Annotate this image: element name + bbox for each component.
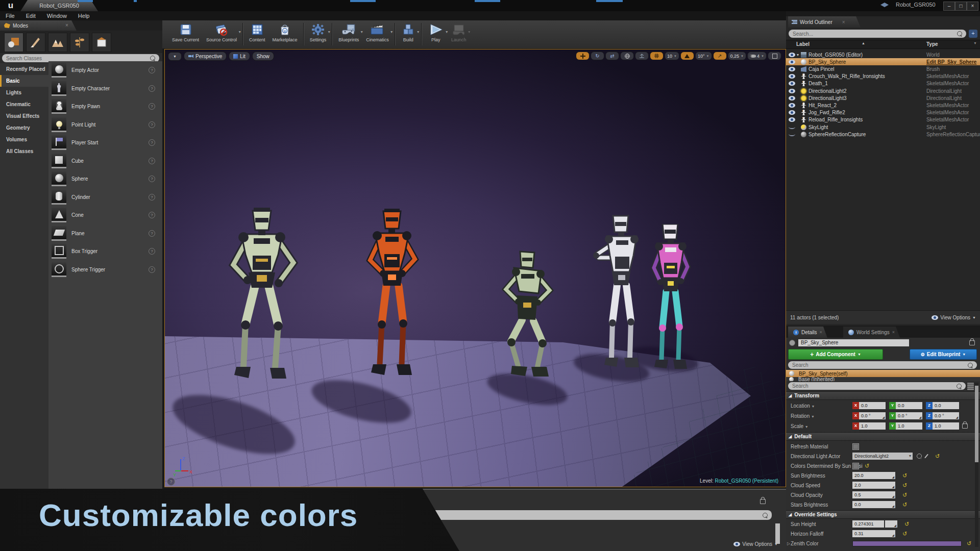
- help-icon[interactable]: ?: [149, 212, 155, 218]
- rotation-y-field[interactable]: 0.0 °◢: [896, 412, 922, 419]
- component-row-selected[interactable]: BP_Sky_Sphere(self): [786, 370, 980, 377]
- mode-geometry-button[interactable]: [92, 33, 111, 52]
- lock-icon[interactable]: [969, 340, 975, 345]
- grid-snap-value[interactable]: 10▼: [665, 52, 679, 60]
- browse-icon[interactable]: [917, 454, 922, 459]
- edit-blueprint-button[interactable]: ⚙Edit Blueprint▼: [910, 349, 977, 360]
- zenith-color-swatch[interactable]: [852, 541, 962, 546]
- robot-actor-orange[interactable]: [354, 205, 430, 391]
- marketplace-button[interactable]: u Marketplace: [269, 22, 301, 43]
- viewport[interactable]: ▼ Perspective Lit Show ↻ ⇄ 10▼ 10°▼ ↗ 0,…: [164, 49, 786, 487]
- eyedropper-icon[interactable]: [924, 454, 928, 459]
- grid-snap-toggle[interactable]: [650, 52, 664, 60]
- scale-x-field[interactable]: 1.0: [859, 422, 886, 430]
- cinematics-button[interactable]: ▼ Cinematics: [362, 22, 393, 43]
- list-item[interactable]: Cylinder?: [48, 188, 162, 207]
- category-visual-effects[interactable]: Visual Effects: [0, 110, 48, 122]
- outliner-search-input[interactable]: Search...: [789, 30, 966, 38]
- scale-snap-value[interactable]: 0,25▼: [728, 52, 746, 60]
- maximize-viewport-button[interactable]: [768, 52, 781, 60]
- details-scrollbar[interactable]: [975, 383, 978, 547]
- outliner-view-options[interactable]: View Options▼: [932, 315, 976, 320]
- move-tool-button[interactable]: [576, 52, 590, 60]
- eye-icon[interactable]: [789, 96, 795, 101]
- help-icon[interactable]: ?: [149, 85, 155, 92]
- property-matrix-button[interactable]: [967, 382, 974, 391]
- play-button[interactable]: ▼ Play: [424, 22, 448, 43]
- outliner-row[interactable]: Crouch_Walk_Rt_Rifle_IronsightsSkeletalM…: [786, 73, 980, 80]
- stars-brightness-field[interactable]: 0.0◢: [852, 501, 895, 508]
- scrollbar-thumb[interactable]: [975, 386, 978, 462]
- mode-paint-button[interactable]: [26, 33, 45, 52]
- category-recently-placed[interactable]: Recently Placed: [0, 63, 48, 75]
- eye-icon[interactable]: [789, 81, 795, 86]
- level-indicator[interactable]: Level: Robot_GSR050 (Persistent): [700, 478, 778, 484]
- cloud-speed-field[interactable]: 2.0◢: [852, 482, 895, 489]
- eye-icon[interactable]: [789, 74, 795, 79]
- lock-icon[interactable]: [760, 499, 766, 504]
- chevron-down-icon[interactable]: ▼: [973, 41, 977, 45]
- category-all-classes[interactable]: All Classes: [0, 145, 48, 157]
- outliner-row[interactable]: SkyLightSkyLight: [786, 123, 980, 131]
- eye-icon[interactable]: [789, 117, 795, 122]
- outliner-column-header[interactable]: Label ▲ Type ▼: [786, 40, 980, 49]
- build-button[interactable]: ▼ Build: [398, 22, 419, 43]
- help-icon[interactable]: ?: [149, 266, 155, 273]
- list-item[interactable]: Player Start?: [48, 134, 162, 152]
- colors-determined-checkbox[interactable]: [852, 463, 859, 469]
- help-icon[interactable]: ?: [149, 103, 155, 110]
- list-item[interactable]: Empty Actor?: [48, 61, 162, 80]
- revert-icon[interactable]: ↺: [902, 492, 907, 498]
- rotation-snap-toggle[interactable]: [680, 52, 694, 60]
- blueprints-button[interactable]: ▼ Blueprints: [335, 22, 362, 43]
- eye-icon[interactable]: [789, 60, 795, 64]
- launch-button[interactable]: ▼ Launch: [448, 22, 470, 43]
- menu-window[interactable]: Window: [41, 13, 72, 19]
- category-cinematic[interactable]: Cinematic: [0, 98, 48, 110]
- label-column-header[interactable]: Label: [796, 41, 810, 47]
- type-column-header[interactable]: Type: [926, 41, 938, 47]
- eye-icon[interactable]: [789, 89, 795, 93]
- category-basic[interactable]: Basic: [0, 75, 48, 87]
- minimize-button[interactable]: –: [943, 2, 955, 11]
- revert-icon[interactable]: ↺: [865, 463, 869, 469]
- world-local-toggle[interactable]: [620, 52, 634, 60]
- source-control-button[interactable]: ▼ Source Control: [203, 22, 240, 43]
- close-icon[interactable]: ×: [892, 330, 895, 335]
- component-search-input[interactable]: Search: [788, 361, 977, 369]
- rotation-z-field[interactable]: 0.0 °◢: [933, 412, 959, 419]
- settings-button[interactable]: ▼ Settings: [306, 22, 330, 43]
- location-y-field[interactable]: 0.0: [896, 402, 922, 409]
- close-icon[interactable]: ×: [820, 330, 822, 335]
- perspective-button[interactable]: Perspective: [184, 52, 227, 61]
- outliner-row[interactable]: DirectionalLight2DirectionalLight: [786, 87, 980, 94]
- outliner-row[interactable]: Death_1SkeletalMeshActor: [786, 80, 980, 87]
- lit-mode-button[interactable]: Lit: [229, 52, 250, 61]
- mode-landscape-button[interactable]: [48, 33, 67, 52]
- robot-actor-pale-green[interactable]: [215, 203, 309, 407]
- menu-file[interactable]: File: [0, 13, 20, 19]
- outliner-row[interactable]: Reload_Rifle_IronsightsSkeletalMeshActor: [786, 116, 980, 123]
- sort-ascending-icon[interactable]: ▲: [862, 41, 865, 45]
- bottom-view-options[interactable]: View Options▼: [733, 541, 778, 547]
- revert-icon[interactable]: ↺: [902, 502, 907, 508]
- world-outliner-tab[interactable]: World Outliner ×: [788, 16, 861, 28]
- list-item[interactable]: Sphere?: [48, 170, 162, 188]
- drag-handle-icon[interactable]: ◢: [919, 414, 921, 421]
- list-item[interactable]: Cone?: [48, 206, 162, 224]
- sun-height-drag-field[interactable]: ◢: [885, 520, 897, 528]
- scale-y-field[interactable]: 1.0: [896, 422, 922, 430]
- expand-arrow-icon[interactable]: ▾: [797, 53, 801, 57]
- outliner-row[interactable]: Caja PincelBrush: [786, 65, 980, 72]
- sun-brightness-field[interactable]: 20.0◢: [852, 472, 895, 479]
- viewport-help-icon[interactable]: ?: [167, 478, 175, 486]
- refresh-material-checkbox[interactable]: [852, 443, 859, 450]
- eye-closed-icon[interactable]: [789, 132, 795, 137]
- component-row-base[interactable]: Base (Inherited): [786, 377, 980, 381]
- menu-edit[interactable]: Edit: [20, 13, 41, 19]
- close-icon[interactable]: ×: [842, 19, 845, 25]
- outliner-row-selected[interactable]: BP_Sky_SphereEdit BP_Sky_Sphere: [786, 58, 980, 65]
- list-item[interactable]: Empty Pawn?: [48, 97, 162, 116]
- content-button[interactable]: Content: [246, 22, 269, 43]
- tutorial-cap-icon[interactable]: [880, 3, 889, 8]
